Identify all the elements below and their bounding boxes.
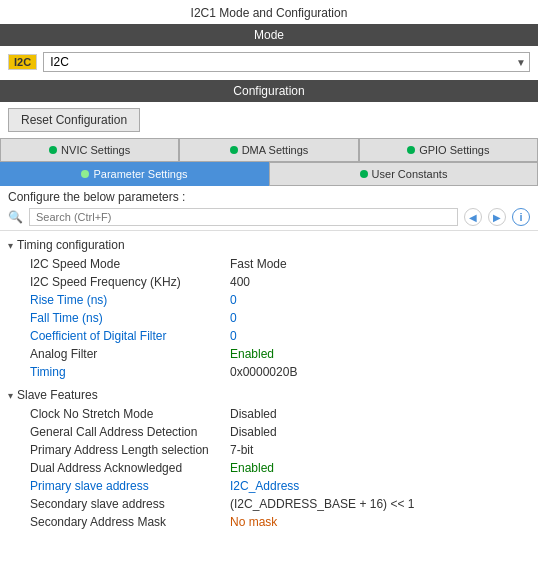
param-row-no-stretch: Clock No Stretch Mode Disabled <box>0 405 538 423</box>
param-row-speed-mode: I2C Speed Mode Fast Mode <box>0 255 538 273</box>
param-name-primary-addr: Primary slave address <box>30 479 230 493</box>
param-row-primary-addr: Primary slave address I2C_Address <box>0 477 538 495</box>
param-row-speed-freq: I2C Speed Frequency (KHz) 400 <box>0 273 538 291</box>
tab-param[interactable]: Parameter Settings <box>0 162 269 186</box>
tab-gpio[interactable]: GPIO Settings <box>359 138 538 162</box>
param-row-fall-time: Fall Time (ns) 0 <box>0 309 538 327</box>
search-input[interactable] <box>29 208 458 226</box>
param-name-speed-freq: I2C Speed Frequency (KHz) <box>30 275 230 289</box>
param-value-general-call: Disabled <box>230 425 530 439</box>
configure-text: Configure the below parameters : <box>0 186 538 206</box>
param-row-dual-addr: Dual Address Acknowledged Enabled <box>0 459 538 477</box>
param-value-timing: 0x0000020B <box>230 365 530 379</box>
param-row-general-call: General Call Address Detection Disabled <box>0 423 538 441</box>
timing-section-label: Timing configuration <box>17 238 125 252</box>
param-value-addr-length: 7-bit <box>230 443 530 457</box>
slave-toggle-icon: ▾ <box>8 390 13 401</box>
param-name-secondary-addr: Secondary slave address <box>30 497 230 511</box>
mode-select[interactable]: I2C <box>43 52 530 72</box>
param-row-analog-filter: Analog Filter Enabled <box>0 345 538 363</box>
param-value-no-stretch: Disabled <box>230 407 530 421</box>
params-content: ▾ Timing configuration I2C Speed Mode Fa… <box>0 231 538 539</box>
param-name-dual-addr: Dual Address Acknowledged <box>30 461 230 475</box>
slave-section: ▾ Slave Features Clock No Stretch Mode D… <box>0 385 538 531</box>
dma-dot-icon <box>230 146 238 154</box>
param-name-fall-time: Fall Time (ns) <box>30 311 230 325</box>
user-dot-icon <box>360 170 368 178</box>
param-value-dual-addr: Enabled <box>230 461 530 475</box>
nvic-dot-icon <box>49 146 57 154</box>
prev-nav-button[interactable]: ◀ <box>464 208 482 226</box>
page-title: I2C1 Mode and Configuration <box>0 0 538 24</box>
mode-header: Mode <box>0 24 538 46</box>
slave-section-label: Slave Features <box>17 388 98 402</box>
config-header: Configuration <box>0 80 538 102</box>
timing-section: ▾ Timing configuration I2C Speed Mode Fa… <box>0 235 538 381</box>
tab-dma[interactable]: DMA Settings <box>179 138 358 162</box>
mode-select-wrapper: I2C ▼ <box>43 52 530 72</box>
search-icon: 🔍 <box>8 210 23 224</box>
param-row-secondary-addr: Secondary slave address (I2C_ADDRESS_BAS… <box>0 495 538 513</box>
param-row-rise-time: Rise Time (ns) 0 <box>0 291 538 309</box>
reset-btn-row: Reset Configuration <box>0 102 538 138</box>
mode-row: I2C I2C ▼ <box>0 46 538 78</box>
param-value-fall-time[interactable]: 0 <box>230 311 530 325</box>
slave-toggle-row[interactable]: ▾ Slave Features <box>0 385 538 405</box>
tabs-row-1: NVIC Settings DMA Settings GPIO Settings <box>0 138 538 162</box>
param-name-analog-filter: Analog Filter <box>30 347 230 361</box>
tabs-row-2: Parameter Settings User Constants <box>0 162 538 186</box>
param-row-digital-filter: Coefficient of Digital Filter 0 <box>0 327 538 345</box>
param-name-addr-length: Primary Address Length selection <box>30 443 230 457</box>
param-value-speed-freq: 400 <box>230 275 530 289</box>
timing-toggle-icon: ▾ <box>8 240 13 251</box>
param-value-analog-filter: Enabled <box>230 347 530 361</box>
param-value-primary-addr[interactable]: I2C_Address <box>230 479 530 493</box>
param-name-no-stretch: Clock No Stretch Mode <box>30 407 230 421</box>
search-row: 🔍 ◀ ▶ i <box>0 206 538 231</box>
tab-user-label: User Constants <box>372 168 448 180</box>
param-name-timing: Timing <box>30 365 230 379</box>
param-value-secondary-mask: No mask <box>230 515 530 529</box>
tab-dma-label: DMA Settings <box>242 144 309 156</box>
tab-nvic-label: NVIC Settings <box>61 144 130 156</box>
tab-gpio-label: GPIO Settings <box>419 144 489 156</box>
param-name-secondary-mask: Secondary Address Mask <box>30 515 230 529</box>
tab-nvic[interactable]: NVIC Settings <box>0 138 179 162</box>
next-nav-button[interactable]: ▶ <box>488 208 506 226</box>
param-value-secondary-addr: (I2C_ADDRESS_BASE + 16) << 1 <box>230 497 530 511</box>
info-button[interactable]: i <box>512 208 530 226</box>
param-row-timing: Timing 0x0000020B <box>0 363 538 381</box>
param-name-digital-filter: Coefficient of Digital Filter <box>30 329 230 343</box>
param-dot-icon <box>81 170 89 178</box>
param-row-addr-length: Primary Address Length selection 7-bit <box>0 441 538 459</box>
reset-config-button[interactable]: Reset Configuration <box>8 108 140 132</box>
tab-param-label: Parameter Settings <box>93 168 187 180</box>
timing-toggle-row[interactable]: ▾ Timing configuration <box>0 235 538 255</box>
param-value-speed-mode: Fast Mode <box>230 257 530 271</box>
gpio-dot-icon <box>407 146 415 154</box>
param-row-secondary-mask: Secondary Address Mask No mask <box>0 513 538 531</box>
i2c-badge: I2C <box>8 54 37 70</box>
param-name-general-call: General Call Address Detection <box>30 425 230 439</box>
tab-user[interactable]: User Constants <box>269 162 538 186</box>
param-name-rise-time: Rise Time (ns) <box>30 293 230 307</box>
param-value-rise-time[interactable]: 0 <box>230 293 530 307</box>
param-name-speed-mode: I2C Speed Mode <box>30 257 230 271</box>
param-value-digital-filter[interactable]: 0 <box>230 329 530 343</box>
